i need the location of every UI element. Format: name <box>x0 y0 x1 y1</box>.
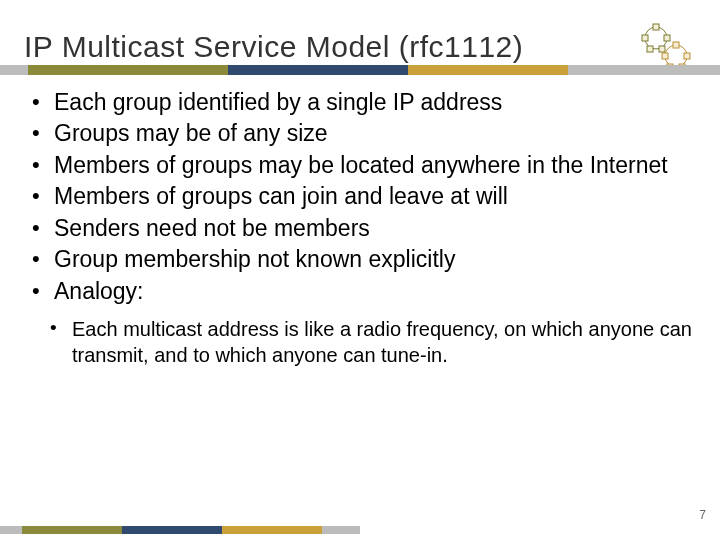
accent-segment <box>28 65 228 75</box>
accent-segment <box>228 65 408 75</box>
slide-body: Each group identified by a single IP add… <box>28 88 692 368</box>
list-item: Members of groups may be located anywher… <box>28 151 692 180</box>
list-item: Groups may be of any size <box>28 119 692 148</box>
sub-bullet-list: Each multicast address is like a radio f… <box>28 316 692 368</box>
svg-rect-7 <box>673 42 679 48</box>
accent-segment <box>0 526 22 534</box>
list-item: Group membership not known explicitly <box>28 245 692 274</box>
svg-rect-1 <box>653 24 659 30</box>
accent-segment <box>22 526 122 534</box>
page-number: 7 <box>699 508 706 522</box>
list-item: Each group identified by a single IP add… <box>28 88 692 117</box>
title-underline <box>0 65 720 75</box>
list-item: Each multicast address is like a radio f… <box>28 316 692 368</box>
svg-rect-3 <box>664 35 670 41</box>
list-item: Members of groups can join and leave at … <box>28 182 692 211</box>
accent-segment <box>0 65 28 75</box>
slide-title: IP Multicast Service Model (rfc1112) <box>24 30 523 64</box>
slide: IP Multicast Service Model (rfc1112) <box>0 0 720 540</box>
accent-segment <box>122 526 222 534</box>
accent-segment <box>322 526 360 534</box>
list-item: Analogy: <box>28 277 692 306</box>
accent-segment <box>568 65 720 75</box>
bullet-list: Each group identified by a single IP add… <box>28 88 692 306</box>
svg-rect-8 <box>662 53 668 59</box>
svg-rect-4 <box>647 46 653 52</box>
svg-rect-5 <box>659 46 665 52</box>
svg-rect-2 <box>642 35 648 41</box>
svg-rect-9 <box>684 53 690 59</box>
bottom-accent-bar <box>0 526 360 534</box>
list-item: Senders need not be members <box>28 214 692 243</box>
accent-segment <box>222 526 322 534</box>
accent-segment <box>408 65 568 75</box>
